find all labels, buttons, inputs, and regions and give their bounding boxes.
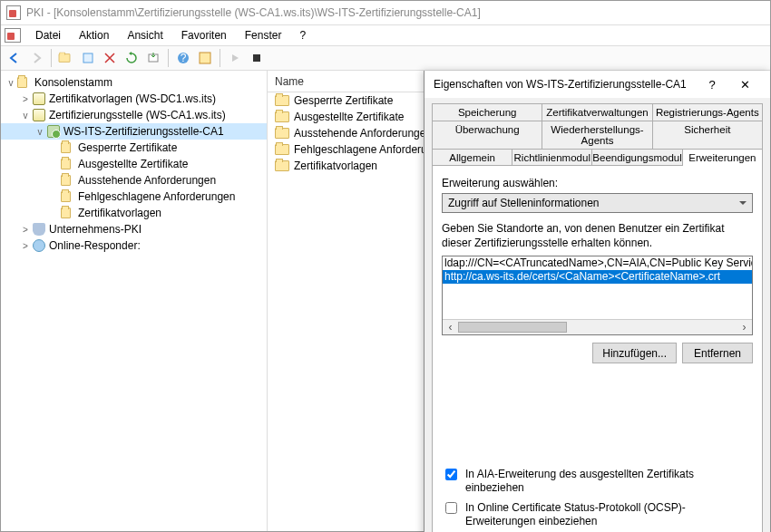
- add-button[interactable]: Hinzufügen...: [592, 343, 677, 363]
- aia-checkbox-label: In AIA-Erweiterung des ausgestellten Zer…: [465, 468, 753, 496]
- aia-checkbox[interactable]: [445, 469, 457, 480]
- dialog-titlebar: Eigenschaften von WS-ITS-Zertifizierungs…: [425, 71, 770, 98]
- expander-icon[interactable]: >: [19, 241, 32, 251]
- menu-ansicht[interactable]: Ansicht: [120, 27, 170, 44]
- tree-item-label: WS-ITS-Zertifizierungsstelle-CA1: [63, 125, 224, 138]
- ocsp-checkbox-row[interactable]: In Online Certificate Status-Protokoll (…: [442, 501, 753, 529]
- tab-speicherung[interactable]: Speicherung: [432, 103, 542, 121]
- dialog-help-button[interactable]: ?: [696, 78, 728, 92]
- tree-item[interactable]: Fehlgeschlagene Anforderungen: [1, 189, 267, 205]
- tree-item-label: Zertifizierungsstelle (WS-CA1.ws.its): [49, 109, 226, 121]
- expander-icon[interactable]: >: [19, 94, 32, 104]
- tree-item-label: Zertifikatvorlagen (WS-DC1.ws.its): [49, 92, 216, 105]
- menu-aktion[interactable]: Aktion: [72, 27, 116, 44]
- tree-item-label: Fehlgeschlagene Anforderungen: [78, 190, 235, 203]
- play-button[interactable]: [225, 48, 245, 68]
- scroll-thumb[interactable]: [458, 322, 567, 333]
- separator: [168, 49, 169, 67]
- folder-icon: [61, 140, 75, 155]
- tree-item[interactable]: vWS-ITS-Zertifizierungsstelle-CA1: [1, 123, 267, 140]
- location-row[interactable]: ldap:///CN=<CATruncatedName>,CN=AIA,CN=P…: [443, 256, 752, 270]
- back-button[interactable]: [5, 48, 24, 68]
- tree-root[interactable]: v Konsolenstamm: [1, 74, 267, 91]
- folder-icon: [275, 95, 289, 106]
- tab-sicherheit[interactable]: Sicherheit: [653, 121, 763, 149]
- tree-item-label: Zertifikatvorlagen: [78, 207, 161, 219]
- props-button[interactable]: [78, 48, 98, 68]
- ocsp-checkbox[interactable]: [445, 502, 457, 514]
- expander-icon[interactable]: v: [34, 127, 46, 137]
- folder-icon: [275, 128, 289, 139]
- export-button[interactable]: [143, 48, 163, 68]
- tree-item-label: Gesperrte Zertifikate: [78, 141, 177, 154]
- ext-description: Geben Sie Standorte an, von denen Benutz…: [442, 222, 753, 250]
- console-root-icon: [17, 75, 32, 90]
- dialog-title: Eigenschaften von WS-ITS-Zertifizierungs…: [434, 78, 687, 91]
- tree-item[interactable]: Gesperrte Zertifikate: [1, 140, 267, 156]
- folder-icon: [275, 144, 289, 155]
- tab-allgemein[interactable]: Allgemein: [432, 149, 512, 166]
- tab-erweiterungen[interactable]: Erweiterungen: [683, 149, 763, 166]
- svg-rect-0: [83, 53, 93, 63]
- expander-icon[interactable]: v: [19, 111, 32, 121]
- folder-icon: [61, 157, 75, 171]
- scroll-right-icon[interactable]: ›: [737, 320, 752, 335]
- tab-row-2: Überwachung Wiederherstellungs-Agents Si…: [432, 121, 763, 149]
- forward-button: [26, 48, 46, 68]
- tab-row-1: Speicherung Zertifikatverwaltungen Regis…: [432, 103, 763, 121]
- delete-button[interactable]: [100, 48, 120, 68]
- svg-rect-4: [200, 53, 210, 63]
- refresh-button[interactable]: [122, 48, 142, 68]
- tab-content-erweiterungen: Erweiterung auswählen: Zugriff auf Stell…: [432, 165, 763, 532]
- tree-item[interactable]: >Unternehmens-PKI: [1, 221, 267, 237]
- titlebar: PKI - [Konsolenstamm\Zertifizierungsstel…: [1, 1, 770, 25]
- tree-item[interactable]: Ausgestellte Zertifikate: [1, 156, 267, 172]
- location-row[interactable]: http://ca.ws-its.de/certs/<CaName><Certi…: [443, 270, 752, 284]
- tab-beendigung[interactable]: Beendigungsmodul: [592, 149, 682, 166]
- stop-button[interactable]: [247, 48, 267, 68]
- menu-datei[interactable]: Datei: [28, 27, 68, 44]
- svg-text:?: ?: [181, 52, 187, 64]
- folder-icon: [61, 206, 75, 220]
- scroll-left-icon[interactable]: ‹: [443, 320, 458, 335]
- tree-item[interactable]: >Zertifikatvorlagen (WS-DC1.ws.its): [1, 91, 267, 107]
- collapse-icon[interactable]: v: [5, 78, 17, 88]
- tree-item[interactable]: Zertifikatvorlagen: [1, 205, 267, 221]
- app-icon: [6, 5, 21, 20]
- folder-icon: [61, 173, 75, 188]
- dialog-close-button[interactable]: ✕: [728, 78, 761, 92]
- view1-button[interactable]: [195, 48, 215, 68]
- ocsp-checkbox-label: In Online Certificate Status-Protokoll (…: [465, 501, 753, 529]
- tree-item[interactable]: vZertifizierungsstelle (WS-CA1.ws.its): [1, 107, 267, 123]
- cert-icon: [32, 92, 46, 106]
- separator: [220, 49, 220, 67]
- up-button[interactable]: [56, 48, 76, 68]
- menubar: Datei Aktion Ansicht Favoriten Fenster ?: [1, 25, 770, 45]
- ext-select[interactable]: Zugriff auf Stelleninformationen: [442, 193, 753, 213]
- scroll-track[interactable]: [458, 320, 737, 335]
- horizontal-scrollbar[interactable]: ‹ ›: [443, 319, 752, 334]
- remove-button[interactable]: Entfernen: [682, 343, 753, 363]
- globe-icon: [32, 238, 46, 253]
- doc-icon: [5, 28, 21, 43]
- tab-zertverwaltung[interactable]: Zertifikatverwaltungen: [542, 103, 652, 121]
- tree-item[interactable]: >Online-Responder:: [1, 237, 267, 254]
- expander-icon[interactable]: >: [19, 225, 32, 235]
- cert-icon: [32, 108, 46, 122]
- tree-item-label: Ausgestellte Zertifikate: [78, 158, 188, 170]
- folder-icon: [275, 160, 289, 171]
- tab-regagents[interactable]: Registrierungs-Agents: [653, 103, 763, 121]
- menu-fenster[interactable]: Fenster: [238, 27, 289, 44]
- tab-wiederherstellung[interactable]: Wiederherstellungs-Agents: [542, 121, 652, 149]
- help-button[interactable]: ?: [173, 48, 193, 68]
- ext-select-value: Zugriff auf Stelleninformationen: [448, 197, 600, 209]
- tree-item[interactable]: Ausstehende Anforderungen: [1, 172, 267, 189]
- tab-richtlinien[interactable]: Richtlinienmodul: [512, 149, 592, 166]
- svg-rect-5: [253, 54, 260, 62]
- tab-ueberwachung[interactable]: Überwachung: [432, 121, 542, 149]
- menu-help[interactable]: ?: [292, 27, 313, 44]
- aia-checkbox-row[interactable]: In AIA-Erweiterung des ausgestellten Zer…: [442, 468, 753, 496]
- tree-item-label: Online-Responder:: [49, 239, 141, 252]
- menu-favoriten[interactable]: Favoriten: [174, 27, 234, 44]
- locations-listbox[interactable]: ldap:///CN=<CATruncatedName>,CN=AIA,CN=P…: [442, 256, 753, 335]
